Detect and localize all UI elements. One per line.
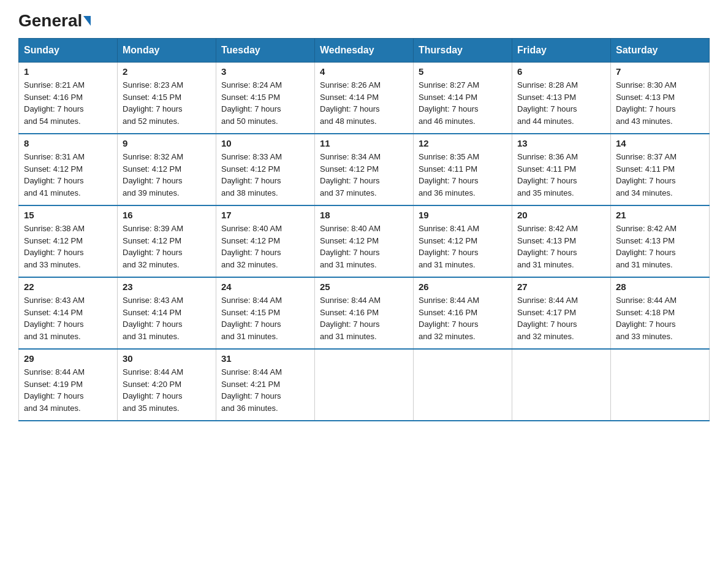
day-number: 5: [419, 66, 507, 77]
calendar-cell: 10Sunrise: 8:33 AMSunset: 4:12 PMDayligh…: [216, 134, 315, 205]
day-number: 23: [123, 282, 211, 292]
day-number: 15: [24, 210, 112, 220]
calendar-cell: 26Sunrise: 8:44 AMSunset: 4:16 PMDayligh…: [414, 277, 512, 349]
day-number: 13: [517, 138, 605, 148]
calendar-cell: 5Sunrise: 8:27 AMSunset: 4:14 PMDaylight…: [414, 63, 512, 134]
day-number: 18: [320, 210, 408, 220]
page-header: General: [18, 12, 710, 27]
header-cell-friday: Friday: [512, 39, 611, 63]
day-number: 24: [221, 282, 309, 292]
day-number: 12: [419, 138, 507, 148]
day-number: 28: [616, 282, 704, 292]
header-cell-sunday: Sunday: [19, 39, 118, 63]
day-info: Sunrise: 8:42 AMSunset: 4:13 PMDaylight:…: [616, 223, 704, 270]
calendar-cell: 24Sunrise: 8:44 AMSunset: 4:15 PMDayligh…: [216, 277, 315, 349]
calendar-cell: 30Sunrise: 8:44 AMSunset: 4:20 PMDayligh…: [118, 349, 216, 421]
calendar-cell: 1Sunrise: 8:21 AMSunset: 4:16 PMDaylight…: [19, 63, 118, 134]
logo: General: [18, 12, 91, 27]
calendar-cell: 27Sunrise: 8:44 AMSunset: 4:17 PMDayligh…: [512, 277, 611, 349]
day-number: 27: [517, 282, 605, 292]
day-number: 6: [517, 66, 605, 77]
calendar-week-row: 22Sunrise: 8:43 AMSunset: 4:14 PMDayligh…: [19, 277, 710, 349]
day-info: Sunrise: 8:37 AMSunset: 4:11 PMDaylight:…: [616, 151, 704, 199]
calendar-cell: 9Sunrise: 8:32 AMSunset: 4:12 PMDaylight…: [118, 134, 216, 205]
day-info: Sunrise: 8:38 AMSunset: 4:12 PMDaylight:…: [24, 223, 112, 270]
day-info: Sunrise: 8:35 AMSunset: 4:11 PMDaylight:…: [419, 151, 507, 199]
calendar-cell: 31Sunrise: 8:44 AMSunset: 4:21 PMDayligh…: [216, 349, 315, 421]
day-number: 7: [616, 66, 704, 77]
day-info: Sunrise: 8:27 AMSunset: 4:14 PMDaylight:…: [419, 79, 507, 127]
day-info: Sunrise: 8:44 AMSunset: 4:17 PMDaylight:…: [517, 294, 605, 342]
day-number: 8: [24, 138, 112, 148]
calendar-week-row: 1Sunrise: 8:21 AMSunset: 4:16 PMDaylight…: [19, 63, 710, 134]
day-number: 14: [616, 138, 704, 148]
day-number: 22: [24, 282, 112, 292]
day-info: Sunrise: 8:43 AMSunset: 4:14 PMDaylight:…: [24, 294, 112, 342]
day-info: Sunrise: 8:34 AMSunset: 4:12 PMDaylight:…: [320, 151, 408, 199]
day-info: Sunrise: 8:23 AMSunset: 4:15 PMDaylight:…: [123, 79, 211, 127]
day-number: 31: [221, 353, 309, 364]
day-number: 9: [123, 138, 211, 148]
calendar-cell: 6Sunrise: 8:28 AMSunset: 4:13 PMDaylight…: [512, 63, 611, 134]
day-number: 4: [320, 66, 408, 77]
logo-general-text: General: [18, 12, 82, 29]
day-info: Sunrise: 8:30 AMSunset: 4:13 PMDaylight:…: [616, 79, 704, 127]
calendar-cell: 29Sunrise: 8:44 AMSunset: 4:19 PMDayligh…: [19, 349, 118, 421]
day-info: Sunrise: 8:44 AMSunset: 4:21 PMDaylight:…: [221, 366, 309, 414]
day-info: Sunrise: 8:33 AMSunset: 4:12 PMDaylight:…: [221, 151, 309, 199]
calendar-cell: 25Sunrise: 8:44 AMSunset: 4:16 PMDayligh…: [315, 277, 414, 349]
calendar-week-row: 15Sunrise: 8:38 AMSunset: 4:12 PMDayligh…: [19, 205, 710, 277]
header-cell-wednesday: Wednesday: [315, 39, 414, 63]
calendar-cell: 23Sunrise: 8:43 AMSunset: 4:14 PMDayligh…: [118, 277, 216, 349]
calendar-cell: 13Sunrise: 8:36 AMSunset: 4:11 PMDayligh…: [512, 134, 611, 205]
calendar-cell: 15Sunrise: 8:38 AMSunset: 4:12 PMDayligh…: [19, 205, 118, 277]
calendar-cell: 8Sunrise: 8:31 AMSunset: 4:12 PMDaylight…: [19, 134, 118, 205]
calendar-cell: 17Sunrise: 8:40 AMSunset: 4:12 PMDayligh…: [216, 205, 315, 277]
day-info: Sunrise: 8:40 AMSunset: 4:12 PMDaylight:…: [320, 223, 408, 270]
calendar-cell: 4Sunrise: 8:26 AMSunset: 4:14 PMDaylight…: [315, 63, 414, 134]
logo-general-row: General: [18, 12, 91, 29]
day-number: 30: [123, 353, 211, 364]
day-number: 11: [320, 138, 408, 148]
calendar-header-row: SundayMondayTuesdayWednesdayThursdayFrid…: [19, 39, 710, 63]
day-number: 25: [320, 282, 408, 292]
calendar-cell: 2Sunrise: 8:23 AMSunset: 4:15 PMDaylight…: [118, 63, 216, 134]
day-number: 16: [123, 210, 211, 220]
day-info: Sunrise: 8:44 AMSunset: 4:19 PMDaylight:…: [24, 366, 112, 414]
header-cell-monday: Monday: [118, 39, 216, 63]
day-number: 21: [616, 210, 704, 220]
calendar-cell: 21Sunrise: 8:42 AMSunset: 4:13 PMDayligh…: [611, 205, 710, 277]
calendar-cell: 14Sunrise: 8:37 AMSunset: 4:11 PMDayligh…: [611, 134, 710, 205]
calendar-cell: 12Sunrise: 8:35 AMSunset: 4:11 PMDayligh…: [414, 134, 512, 205]
day-info: Sunrise: 8:40 AMSunset: 4:12 PMDaylight:…: [221, 223, 309, 270]
day-info: Sunrise: 8:42 AMSunset: 4:13 PMDaylight:…: [517, 223, 605, 270]
day-info: Sunrise: 8:28 AMSunset: 4:13 PMDaylight:…: [517, 79, 605, 127]
day-info: Sunrise: 8:44 AMSunset: 4:16 PMDaylight:…: [419, 294, 507, 342]
day-info: Sunrise: 8:41 AMSunset: 4:12 PMDaylight:…: [419, 223, 507, 270]
calendar-week-row: 8Sunrise: 8:31 AMSunset: 4:12 PMDaylight…: [19, 134, 710, 205]
calendar-cell: 18Sunrise: 8:40 AMSunset: 4:12 PMDayligh…: [315, 205, 414, 277]
day-number: 2: [123, 66, 211, 77]
day-info: Sunrise: 8:21 AMSunset: 4:16 PMDaylight:…: [24, 79, 112, 127]
day-info: Sunrise: 8:36 AMSunset: 4:11 PMDaylight:…: [517, 151, 605, 199]
day-number: 29: [24, 353, 112, 364]
day-info: Sunrise: 8:31 AMSunset: 4:12 PMDaylight:…: [24, 151, 112, 199]
day-info: Sunrise: 8:44 AMSunset: 4:20 PMDaylight:…: [123, 366, 211, 414]
header-cell-saturday: Saturday: [611, 39, 710, 63]
calendar-cell: [414, 349, 512, 421]
calendar-table: SundayMondayTuesdayWednesdayThursdayFrid…: [18, 38, 710, 421]
day-info: Sunrise: 8:44 AMSunset: 4:16 PMDaylight:…: [320, 294, 408, 342]
calendar-cell: 7Sunrise: 8:30 AMSunset: 4:13 PMDaylight…: [611, 63, 710, 134]
day-number: 20: [517, 210, 605, 220]
day-info: Sunrise: 8:32 AMSunset: 4:12 PMDaylight:…: [123, 151, 211, 199]
day-number: 17: [221, 210, 309, 220]
day-info: Sunrise: 8:44 AMSunset: 4:18 PMDaylight:…: [616, 294, 704, 342]
calendar-cell: [611, 349, 710, 421]
day-number: 19: [419, 210, 507, 220]
day-info: Sunrise: 8:43 AMSunset: 4:14 PMDaylight:…: [123, 294, 211, 342]
calendar-cell: [512, 349, 611, 421]
day-info: Sunrise: 8:24 AMSunset: 4:15 PMDaylight:…: [221, 79, 309, 127]
calendar-cell: 3Sunrise: 8:24 AMSunset: 4:15 PMDaylight…: [216, 63, 315, 134]
calendar-week-row: 29Sunrise: 8:44 AMSunset: 4:19 PMDayligh…: [19, 349, 710, 421]
day-number: 26: [419, 282, 507, 292]
